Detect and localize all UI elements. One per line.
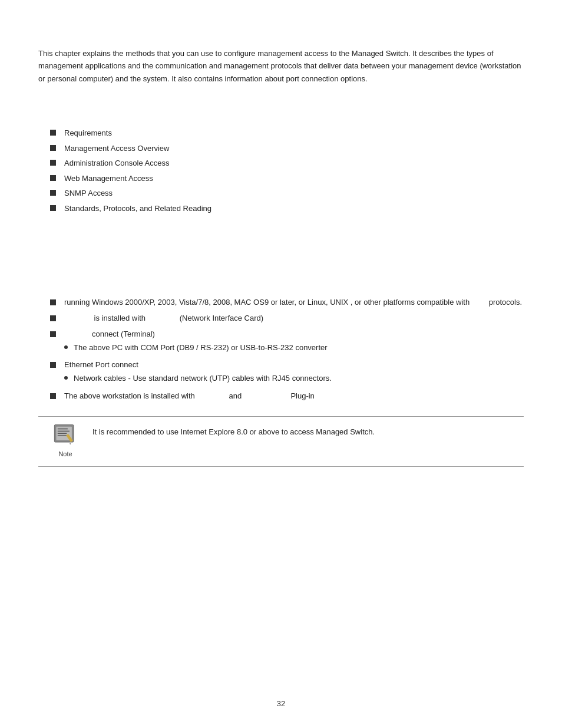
requirements-list: running Windows 2000/XP, 2003, Vista/7/8… [50,297,524,402]
page: This chapter explains the methods that y… [0,0,562,728]
note-label: Note [58,449,72,460]
bullet-icon [50,175,56,181]
req-item-text: is installed with (Network Interface Car… [64,312,263,325]
bullet-icon [50,205,56,211]
sub-item-text: Network cables - Use standard network (U… [74,373,332,384]
note-icon-container: Note [48,424,83,459]
req-item-content: running Windows 2000/XP, 2003, Vista/7/8… [64,297,522,309]
sub-item-text: The above PC with COM Port (DB9 / RS-232… [74,342,328,354]
list-item: The above PC with COM Port (DB9 / RS-232… [64,342,328,354]
list-item: running Windows 2000/XP, 2003, Vista/7/8… [50,297,524,309]
toc-item-label: Standards, Protocols, and Related Readin… [64,203,211,215]
bullet-icon [50,362,56,368]
req-item-content: Ethernet Port connect Network cables - U… [64,359,332,386]
list-item: connect (Terminal) The above PC with COM… [50,328,524,355]
sub-bullet-list: Network cables - Use standard network (U… [64,373,332,387]
toc-section: Requirements Management Access Overview … [38,127,524,214]
bullet-icon [50,190,56,196]
req-item-text: connect (Terminal) [64,328,328,341]
circle-bullet-icon [64,376,68,380]
list-item: Standards, Protocols, and Related Readin… [50,203,524,215]
toc-item-label: Requirements [64,127,112,139]
list-item: Web Management Access [50,173,524,185]
req-item-content: connect (Terminal) The above PC with COM… [64,328,328,355]
bullet-icon [50,393,56,399]
bullet-icon [50,331,56,337]
bullet-icon [50,130,56,136]
note-box: Note It is recommended to use Internet E… [38,416,524,467]
toc-list: Requirements Management Access Overview … [50,127,524,214]
svg-rect-2 [58,429,68,430]
req-item-content: is installed with (Network Interface Car… [64,312,263,325]
toc-item-label: Management Access Overview [64,143,169,154]
list-item: Requirements [50,127,524,139]
requirements-section: running Windows 2000/XP, 2003, Vista/7/8… [38,297,524,402]
list-item: is installed with (Network Interface Car… [50,312,524,325]
note-text: It is recommended to use Internet Explor… [92,424,514,439]
list-item: Ethernet Port connect Network cables - U… [50,359,524,386]
list-item: Administration Console Access [50,157,524,169]
svg-rect-4 [58,433,67,434]
svg-marker-7 [70,443,71,445]
toc-item-label: Web Management Access [64,173,153,185]
list-item: Management Access Overview [50,143,524,154]
circle-bullet-icon [64,345,68,349]
bullet-icon [50,145,56,151]
page-number: 32 [277,698,285,710]
bullet-icon [50,299,56,305]
toc-item-label: SNMP Access [64,187,113,199]
req-item-content: The above workstation is installed with … [64,390,315,403]
req-item-text: running Windows 2000/XP, 2003, Vista/7/8… [64,297,522,309]
svg-rect-3 [58,431,70,432]
intro-text: This chapter explains the methods that y… [38,49,521,83]
list-item: Network cables - Use standard network (U… [64,373,332,384]
intro-paragraph: This chapter explains the methods that y… [38,47,524,85]
list-item: The above workstation is installed with … [50,390,524,403]
req-item-text: The above workstation is installed with … [64,390,315,403]
toc-item-label: Administration Console Access [64,157,169,169]
bullet-icon [50,315,56,321]
list-item: SNMP Access [50,187,524,199]
bullet-icon [50,160,56,166]
sub-bullet-list: The above PC with COM Port (DB9 / RS-232… [64,342,328,356]
req-item-text: Ethernet Port connect [64,359,332,371]
note-icon [51,424,80,447]
